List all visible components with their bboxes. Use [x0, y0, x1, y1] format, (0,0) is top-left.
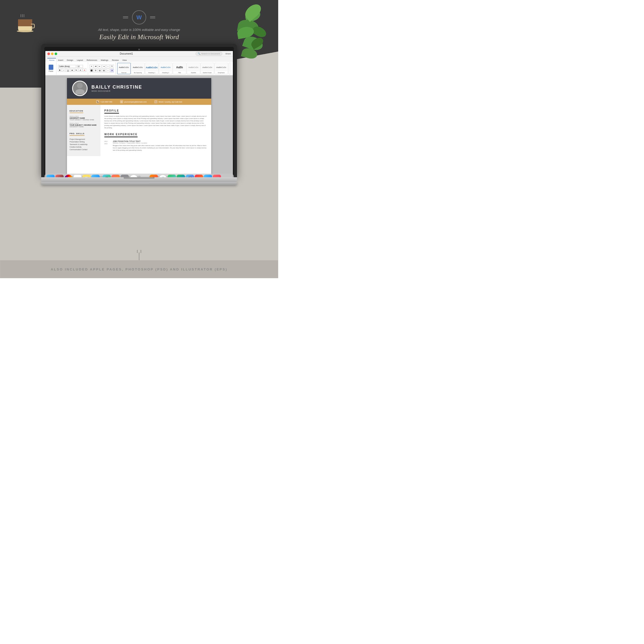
laptop-foot-notch [129, 182, 149, 183]
dock-icon-safari[interactable]: 🧭 [64, 175, 73, 177]
window-maximize-button[interactable] [55, 53, 57, 55]
work-years-col: 20122015 [104, 140, 111, 151]
style-subtle-emph[interactable]: AaBbCcDc Subtle Emph. [201, 63, 214, 74]
justify-button[interactable]: ▤ [102, 69, 106, 72]
dock-icon-maps[interactable]: 🗺 [168, 175, 176, 177]
profile-text: Lorem Ipsum is simply dummy text of the … [104, 115, 207, 129]
tab-view[interactable]: View [121, 58, 128, 62]
footer-banner: ALSO INCLUDED APPLE PAGES, PHOTOSHOP (PS… [0, 260, 278, 278]
font-size-dropdown[interactable]: 12 [77, 65, 83, 68]
strikethrough-button[interactable]: S [70, 68, 74, 72]
dock-icon-trash[interactable]: 🗑 [141, 175, 149, 177]
style-normal[interactable]: AaBbCcDc Normal [117, 63, 131, 74]
dock-icon-calendar[interactable]: 📅 [73, 175, 82, 177]
sort-button[interactable]: ↕ [106, 65, 110, 68]
align-right-button[interactable]: ▤ [98, 69, 101, 72]
paste-button[interactable]: Paste [47, 65, 55, 72]
resume-body: EDUCATION 2010 to 2012 UNIVERSITY NAME Y… [67, 105, 211, 156]
skill-3: Teamwork & Leadership [70, 143, 98, 145]
subscript-button[interactable]: x₂ [74, 68, 78, 72]
dock-icon-photos[interactable]: 🌸 [130, 175, 138, 177]
style-subtitle[interactable]: AaBbCcDc Subtitle [187, 63, 200, 74]
window-minimize-button[interactable] [51, 53, 54, 55]
phone-icon: 📞 [96, 100, 99, 103]
font-name-dropdown[interactable]: Calibri (Body) [58, 65, 76, 68]
work-entry-1: 20122015 JOB POSSITION TITLE TEXT Websit… [104, 140, 207, 151]
underline-button[interactable]: U [66, 68, 70, 72]
word-icon-right-lines [150, 16, 155, 18]
tab-design[interactable]: Design [65, 58, 75, 62]
style-heading2[interactable]: AaBbCcDc Heading 2 [159, 63, 172, 74]
indent-decrease-button[interactable]: ⇤ [98, 65, 101, 68]
indent-increase-button[interactable]: ⇥ [102, 65, 106, 68]
connector-right [141, 250, 141, 253]
edu-school-2: YOUR SUBJECT / DEGREE NAME [70, 124, 98, 126]
window-close-button[interactable] [47, 53, 50, 55]
laptop: Document1 🔍 Search in Document Share Hom… [41, 44, 237, 185]
ribbon-group-styles: AaBbCcDc Normal AaBbCcDc No Spacing AaBb… [117, 62, 230, 74]
align-left-button[interactable]: ⬛ [90, 69, 93, 72]
dock-icon-bubble[interactable]: 💭 [186, 175, 194, 177]
connector-left [137, 250, 138, 253]
style-no-spacing[interactable]: AaBbCcDc No Spacing [131, 63, 145, 74]
italic-button[interactable]: I [62, 68, 66, 72]
laptop-screen-bezel: Document1 🔍 Search in Document Share Hom… [44, 47, 234, 177]
word-icon-circle: W [132, 10, 146, 24]
tab-layout[interactable]: Layout [75, 58, 84, 62]
dock-icon-messages[interactable]: 💬 [103, 175, 111, 177]
laptop-screen-outer: Document1 🔍 Search in Document Share Hom… [41, 44, 237, 177]
ribbon-content: Paste Calibri (Body) 12 B [45, 62, 233, 75]
spacing-button[interactable]: ↕ [106, 69, 110, 72]
dock-icon-files[interactable]: 📁 [91, 175, 100, 177]
dock-icon-settings[interactable]: ⚙ [121, 175, 129, 177]
tab-insert[interactable]: Insert [56, 58, 65, 62]
laptop-hinge [124, 177, 155, 179]
resume-name-area: BAILLY CHRISTINE WEB DESIGNER [91, 84, 206, 92]
dock-icon-finder[interactable]: 🐟 [46, 175, 55, 177]
dock-icon-launchpad[interactable]: 🚀 [55, 175, 64, 177]
coffee-cup-decoration [15, 14, 36, 32]
dock-icon-clock[interactable]: 🕐 [159, 175, 167, 177]
resume-document: BAILLY CHRISTINE WEB DESIGNER 📞 +123 456… [67, 78, 211, 176]
style-title[interactable]: AaBb Title [173, 63, 186, 74]
skill-4: Creative Activity [70, 146, 98, 148]
work-experience-section: WORK EXPERIENCE 20122015 JOB POSSITION T… [104, 132, 207, 151]
dock-icon-itunes[interactable]: ♪ [195, 175, 203, 177]
skill-1: Project Management [70, 138, 98, 140]
clear-format-button[interactable]: A [79, 68, 82, 72]
style-intense-emph[interactable]: AaBbCcDc Intense Emp. [228, 63, 230, 74]
align-center-button[interactable]: ☰ [94, 69, 97, 72]
ribbon-group-clipboard: Paste [47, 62, 56, 74]
bullets-button[interactable]: ≡ [90, 65, 93, 68]
ribbon-group-paragraph: ≡ ≔ ⇤ ⇥ ↕ ¶ ⬛ ☰ ▤ [90, 62, 116, 74]
tagline-main: Easily Edit in Microsoft Word [62, 33, 216, 41]
profile-section: PROFILE Lorem Ipsum is simply dummy text… [104, 108, 207, 129]
laptop-screen-inner: Document1 🔍 Search in Document Share Hom… [45, 51, 233, 177]
dock-icon-notes[interactable]: 📝 [82, 175, 91, 177]
search-in-document[interactable]: 🔍 Search in Document [196, 52, 222, 56]
dock-icon-books[interactable]: 📚 [150, 175, 158, 177]
tab-references[interactable]: References [85, 58, 99, 62]
tab-mailings[interactable]: Mailings [99, 58, 110, 62]
work-experience-title: WORK EXPERIENCE [104, 133, 138, 137]
dock-icon-icloud[interactable]: ☁ [204, 175, 212, 177]
style-emphasis[interactable]: AaBbCcDc Emphasis [215, 63, 228, 74]
numbering-button[interactable]: ≔ [94, 65, 97, 68]
style-heading1[interactable]: AaBbCcDc Heading 1 [145, 63, 158, 74]
dock-icon-facetime[interactable]: 📷 [177, 175, 185, 177]
dock-icon-video[interactable]: 🎬 [213, 175, 221, 177]
edu-entry-1: 2010 to 2012 UNIVERSITY NAME YOUR SUBJEC… [70, 116, 98, 121]
word-page-container: BAILLY CHRISTINE WEB DESIGNER 📞 +123 456… [45, 75, 233, 177]
bold-button[interactable]: B [58, 68, 62, 72]
email-icon: ✉ [120, 100, 123, 103]
share-button[interactable]: Share [225, 53, 231, 55]
font-color-button[interactable]: A [83, 68, 86, 72]
shading-button[interactable]: A [110, 69, 114, 72]
dock-separator [101, 175, 101, 177]
dock-icon-music[interactable]: ♪ [112, 175, 120, 177]
show-hide-button[interactable]: ¶ [110, 65, 114, 68]
connector-vertical [139, 252, 139, 260]
work-years: 20122015 [104, 140, 111, 145]
tab-home[interactable]: Home [47, 58, 56, 62]
tab-review[interactable]: Review [111, 58, 120, 62]
